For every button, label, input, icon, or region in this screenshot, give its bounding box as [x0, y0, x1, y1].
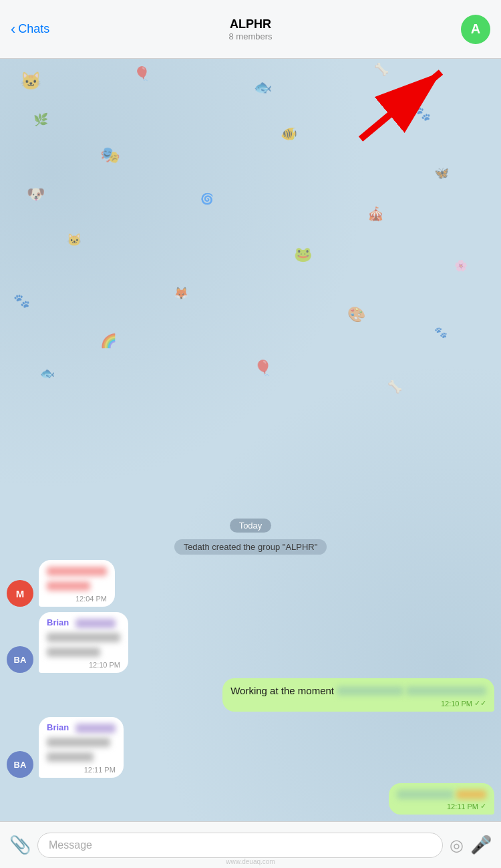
blurred-content	[397, 790, 454, 799]
blurred-content	[47, 633, 120, 642]
back-label[interactable]: Chats	[18, 22, 49, 36]
table-row: 12:11 PM ✓	[7, 783, 494, 815]
attach-icon[interactable]: 📎	[9, 835, 31, 855]
avatar: M	[7, 580, 33, 607]
blurred-content	[337, 686, 403, 696]
blurred-content	[47, 581, 90, 591]
message-input-placeholder[interactable]: Message	[37, 833, 443, 858]
date-chip: Today	[230, 519, 272, 533]
sender-name: Brian	[47, 617, 120, 629]
blurred-content	[47, 647, 100, 657]
blurred-content	[75, 619, 116, 628]
avatar: BA	[7, 751, 33, 778]
blurred-content	[47, 567, 107, 576]
message-time: 12:11 PM	[447, 803, 478, 811]
message-time: 12:04 PM	[75, 595, 107, 603]
blurred-content	[406, 686, 486, 696]
message-time: 12:10 PM	[441, 700, 472, 708]
svg-line-1	[361, 72, 441, 139]
chat-background: 🐱 🎈 🐟 🦴 🌿 🐾 🎭 🐠 🦋 🐶 🌀 🎪 🐱 🐸 🌸 🐾 🦊 🎨 🌈 🐾 …	[0, 59, 501, 821]
back-button[interactable]: ‹ Chats	[11, 21, 49, 38]
blurred-content	[75, 724, 116, 733]
header-center: ALPHR 8 members	[228, 17, 272, 41]
message-bubble: Working at the moment 12:10 PM ✓✓	[222, 678, 494, 712]
message-time: 12:10 PM	[89, 661, 120, 669]
watermark: www.deuaq.com	[0, 858, 501, 865]
member-count: 8 members	[228, 31, 272, 41]
system-message: Tedath created the group "ALPHR"	[174, 539, 327, 555]
group-avatar[interactable]: A	[461, 15, 490, 44]
read-receipt: ✓	[480, 802, 486, 811]
message-bubble: 12:04 PM	[39, 560, 115, 607]
table-row: Working at the moment 12:10 PM ✓✓	[7, 678, 494, 712]
table-row: M 12:04 PM	[7, 560, 494, 607]
message-text: Working at the moment	[230, 684, 334, 698]
message-input-bar: 📎 Message ◎ 🎤 www.deuaq.com	[0, 821, 501, 868]
table-row: BA Brian 12:11 PM	[7, 717, 494, 778]
sticker-icon[interactable]: ◎	[450, 836, 464, 855]
message-bubble: Brian 12:10 PM	[39, 612, 128, 673]
microphone-icon[interactable]: 🎤	[470, 835, 492, 855]
blurred-content	[47, 738, 110, 747]
message-time: 12:11 PM	[84, 766, 116, 774]
blurred-content	[456, 790, 486, 799]
annotation-arrow	[327, 59, 461, 148]
chat-title[interactable]: ALPHR	[228, 17, 272, 31]
message-bubble: Brian 12:11 PM	[39, 717, 124, 778]
blurred-content	[47, 752, 94, 762]
messages-area: Today Tedath created the group "ALPHR" M…	[0, 512, 501, 821]
chevron-left-icon: ‹	[11, 21, 15, 38]
chat-header: ‹ Chats ALPHR 8 members A	[0, 0, 501, 59]
read-receipt: ✓✓	[474, 699, 486, 708]
avatar: BA	[7, 646, 33, 673]
message-bubble: 12:11 PM ✓	[389, 783, 494, 815]
sender-name: Brian	[47, 722, 116, 734]
table-row: BA Brian 12:10 PM	[7, 612, 494, 673]
